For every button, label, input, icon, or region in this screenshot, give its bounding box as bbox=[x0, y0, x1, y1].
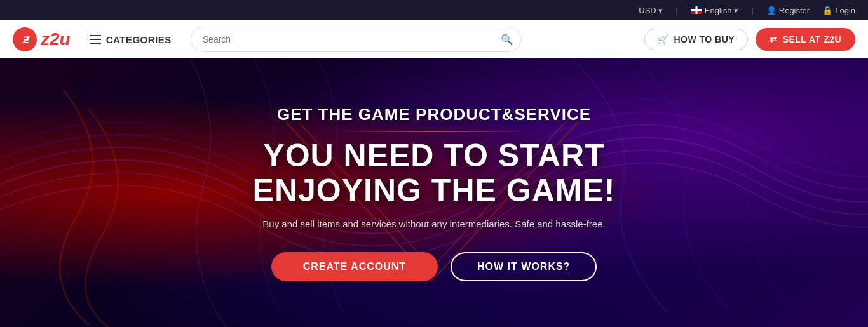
sell-label: SELL AT Z2U bbox=[783, 34, 841, 44]
login-label: Login bbox=[835, 6, 855, 15]
hero-content: GET THE GAME PRODUCT&SERVICE YOU NEED TO… bbox=[180, 105, 688, 281]
language-label: English bbox=[705, 6, 732, 15]
how-it-works-button[interactable]: HOW IT WORKS? bbox=[451, 252, 597, 281]
search-input[interactable] bbox=[191, 27, 521, 52]
hero-subtitle: GET THE GAME PRODUCT&SERVICE bbox=[205, 105, 663, 124]
divider: | bbox=[675, 6, 677, 15]
user-icon: 👤 bbox=[766, 6, 776, 15]
how-to-buy-button[interactable]: 🛒 HOW TO BUY bbox=[644, 29, 748, 50]
navbar: ƶ z2u CATEGORIES 🔍 🛒 HOW TO BUY ⇄ SELL A… bbox=[0, 20, 868, 58]
sell-button[interactable]: ⇄ SELL AT Z2U bbox=[756, 28, 855, 51]
logo-text: z2u bbox=[41, 29, 71, 50]
exchange-icon: ⇄ bbox=[770, 34, 778, 44]
language-arrow-icon: ▾ bbox=[734, 6, 738, 15]
how-it-works-label: HOW IT WORKS? bbox=[477, 261, 570, 272]
logo-icon: ƶ bbox=[13, 27, 37, 51]
hero-divider bbox=[339, 131, 529, 132]
language-selector[interactable]: English ▾ bbox=[691, 6, 739, 15]
categories-label: CATEGORIES bbox=[106, 34, 172, 45]
categories-button[interactable]: CATEGORIES bbox=[83, 30, 178, 49]
login-link[interactable]: 🔒 Login bbox=[822, 6, 855, 15]
create-account-label: CREATE ACCOUNT bbox=[303, 261, 406, 272]
create-account-button[interactable]: CREATE ACCOUNT bbox=[271, 252, 438, 281]
top-bar: USD ▾ | English ▾ | 👤 Register 🔒 Login bbox=[0, 0, 868, 20]
currency-selector[interactable]: USD ▾ bbox=[639, 6, 663, 15]
lock-icon: 🔒 bbox=[822, 6, 832, 15]
cart-icon: 🛒 bbox=[658, 34, 669, 44]
hero-section: GET THE GAME PRODUCT&SERVICE YOU NEED TO… bbox=[0, 58, 868, 327]
hero-buttons: CREATE ACCOUNT HOW IT WORKS? bbox=[205, 252, 663, 281]
logo[interactable]: ƶ z2u bbox=[13, 27, 71, 51]
divider2: | bbox=[751, 6, 753, 15]
hamburger-icon bbox=[90, 35, 101, 44]
register-link[interactable]: 👤 Register bbox=[766, 6, 810, 15]
search-button[interactable]: 🔍 bbox=[501, 34, 513, 46]
register-label: Register bbox=[779, 6, 810, 15]
currency-label: USD bbox=[639, 6, 656, 15]
navbar-right: 🛒 HOW TO BUY ⇄ SELL AT Z2U bbox=[644, 28, 855, 51]
how-to-buy-label: HOW TO BUY bbox=[674, 34, 735, 44]
hero-title: YOU NEED TO START ENJOYING THE GAME! bbox=[205, 138, 663, 208]
hero-description: Buy and sell items and services without … bbox=[205, 218, 663, 229]
currency-arrow-icon: ▾ bbox=[658, 6, 663, 15]
flag-icon bbox=[691, 6, 702, 14]
search-bar: 🔍 bbox=[191, 27, 521, 52]
